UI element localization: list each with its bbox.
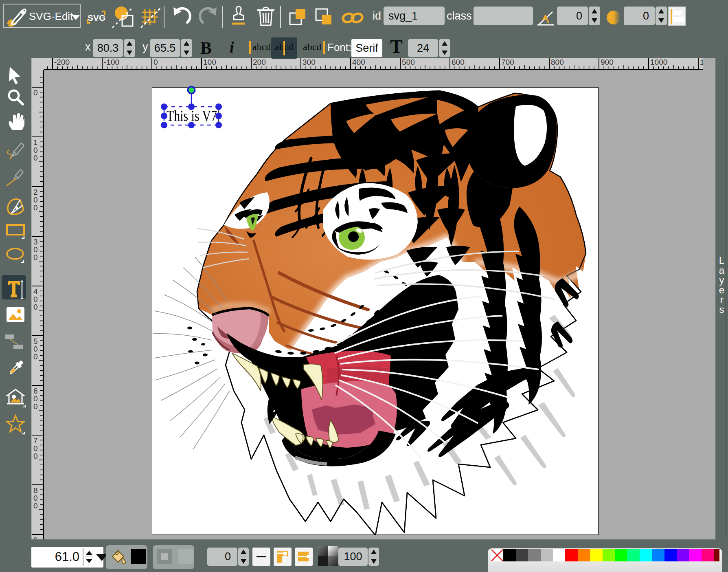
svg-text:800: 800 <box>551 58 564 66</box>
svg-text:0: 0 <box>33 402 38 411</box>
svg-text:9: 9 <box>33 536 38 539</box>
svg-text:6: 6 <box>33 387 38 395</box>
svg-text:1000: 1000 <box>650 58 667 66</box>
svg-text:0: 0 <box>33 494 38 502</box>
svg-text:0: 0 <box>33 444 38 453</box>
svg-text:1100: 1100 <box>700 58 703 66</box>
svg-text:5: 5 <box>33 337 38 345</box>
svg-text:500: 500 <box>402 58 415 66</box>
svg-text:3: 3 <box>33 238 38 246</box>
svg-text:0: 0 <box>33 502 38 510</box>
svg-text:400: 400 <box>352 58 365 66</box>
svg-text:2: 2 <box>33 188 38 196</box>
svg-text:0: 0 <box>33 345 38 353</box>
svg-text:This is V7: This is V7 <box>167 108 217 124</box>
svg-text:4: 4 <box>33 287 38 296</box>
svg-text:900: 900 <box>601 58 614 66</box>
svg-text:SVG: SVG <box>88 13 105 22</box>
svg-text:0: 0 <box>33 196 38 204</box>
svg-text:0: 0 <box>33 88 38 97</box>
svg-text:0: 0 <box>33 245 38 254</box>
svg-text:100: 100 <box>203 58 216 66</box>
svg-text:0: 0 <box>33 303 38 311</box>
svg-text:200: 200 <box>253 58 266 66</box>
svg-text:0: 0 <box>33 154 38 162</box>
svg-text:600: 600 <box>452 58 465 66</box>
svg-text:7: 7 <box>33 436 38 445</box>
svg-text:700: 700 <box>501 58 514 66</box>
svg-text:8: 8 <box>33 486 38 495</box>
svg-text:300: 300 <box>303 58 316 66</box>
svg-text:0: 0 <box>33 452 38 460</box>
svg-text:0: 0 <box>33 146 38 154</box>
svg-text:1: 1 <box>33 138 38 147</box>
svg-text:0: 0 <box>33 394 38 403</box>
svg-text:0: 0 <box>33 253 38 262</box>
svg-text:0: 0 <box>33 295 38 304</box>
svg-text:0: 0 <box>153 58 158 66</box>
svg-text:-100: -100 <box>104 58 119 66</box>
svg-text:0: 0 <box>33 352 38 361</box>
svg-text:-200: -200 <box>54 58 70 66</box>
svg-text:0: 0 <box>33 203 38 212</box>
